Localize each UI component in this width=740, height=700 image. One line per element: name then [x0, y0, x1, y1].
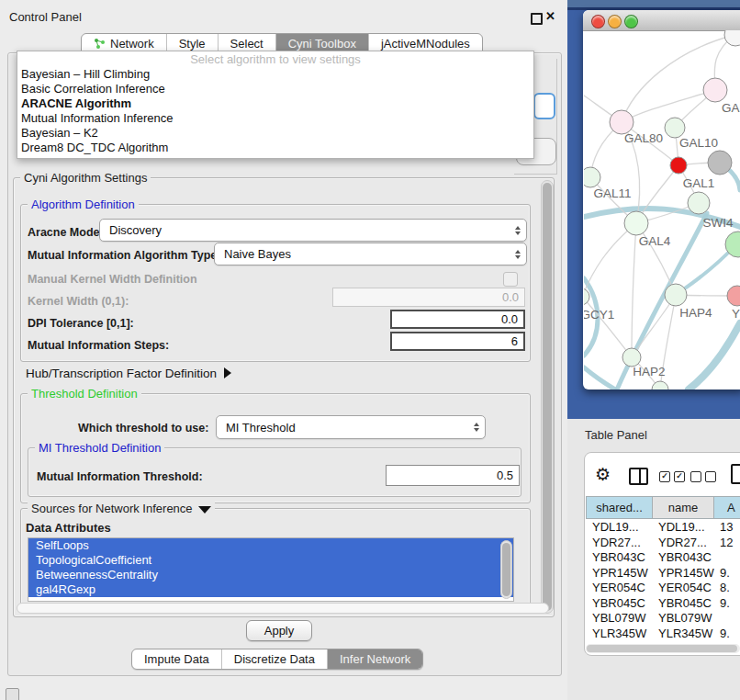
settings-hscrollbar[interactable] — [17, 603, 549, 614]
tab-infer-network[interactable]: Infer Network — [328, 649, 422, 669]
network-graph[interactable]: GALGAL80GAL10GAL1GAL11SWI4GAL4GCY1HAP4YH… — [584, 30, 740, 390]
table-cell: YBL079W — [586, 611, 652, 627]
attribute-list-item[interactable]: BetweennessCentrality — [28, 568, 513, 582]
table-cell: 9. — [718, 596, 730, 612]
table-row[interactable]: YBR043CYBR043C — [586, 550, 740, 566]
manual-kernel-checkbox[interactable] — [503, 272, 518, 287]
dpi-tolerance-field[interactable]: 0.0 — [390, 310, 525, 329]
table-row[interactable]: YBL079WYBL079W — [586, 611, 740, 627]
aracne-mode-value: Discovery — [109, 223, 162, 237]
network-node-swi4[interactable] — [688, 192, 710, 214]
table-row[interactable]: YER054CYER054C8. — [586, 581, 740, 596]
apply-button[interactable]: Apply — [246, 620, 312, 641]
network-node-gal4[interactable] — [624, 211, 648, 235]
mi-threshold-label: Mutual Information Threshold: — [37, 470, 203, 483]
minimize-window-icon[interactable] — [608, 15, 622, 28]
network-edge — [584, 223, 636, 297]
algorithm-option[interactable]: Bayesian – Hill Climbing — [17, 67, 533, 82]
table-cell: YBL079W — [652, 611, 718, 627]
table-cell: YER054C — [652, 581, 718, 596]
algorithm-option[interactable]: Basic Correlation Inference — [17, 82, 533, 96]
dropdown-items: Bayesian – Hill ClimbingBasic Correlatio… — [17, 67, 533, 155]
scrollbar-thumb[interactable] — [543, 183, 552, 611]
columns-icon[interactable] — [629, 468, 648, 485]
table-cell: YDR27... — [652, 536, 718, 551]
table-hscrollbar[interactable] — [586, 644, 740, 653]
table-row[interactable]: YDR27...YDR27...12 — [586, 536, 740, 551]
table-row[interactable]: YLR345WYLR345W9. — [586, 627, 740, 642]
network-node[interactable] — [724, 30, 740, 46]
network-node-gal[interactable] — [703, 78, 727, 102]
network-node-gcy1[interactable] — [584, 288, 589, 305]
hidden-combo-fragment — [533, 93, 555, 119]
network-node[interactable] — [708, 151, 732, 175]
network-edge — [622, 90, 715, 122]
algorithm-option[interactable]: Mutual Information Inference — [17, 111, 533, 126]
deselect-all-columns-icon[interactable] — [690, 471, 716, 482]
scrollbar-thumb[interactable] — [502, 543, 510, 596]
table-rows: YDL19...YDL19...13YDR27...YDR27...12YBR0… — [586, 520, 740, 645]
settings-group-title: Cyni Algorithm Settings — [20, 171, 151, 185]
attribute-list-item[interactable]: TopologicalCoefficient — [28, 553, 513, 568]
network-node-gal10[interactable] — [665, 118, 685, 138]
kernel-width-field[interactable]: 0.0 — [332, 288, 525, 307]
dpi-tolerance-label: DPI Tolerance [0,1]: — [28, 317, 134, 330]
table-row[interactable]: YPR145WYPR145W9. — [586, 566, 740, 581]
settings-scrollbar[interactable] — [541, 180, 554, 614]
collapsed-arrow-icon — [224, 367, 231, 378]
scrollbar-thumb[interactable] — [587, 645, 737, 652]
network-window-titlebar[interactable] — [583, 10, 740, 31]
manual-kernel-label: Manual Kernel Width Definition — [28, 273, 197, 286]
sources-group-header[interactable]: Sources for Network Inference — [28, 502, 215, 515]
table-row[interactable]: YDL19...YDL19...13 — [586, 520, 740, 536]
which-threshold-combo[interactable]: MI Threshold — [216, 415, 486, 439]
column-header-shared-name[interactable]: shared... — [586, 496, 653, 519]
algorithm-option[interactable]: Bayesian – K2 — [17, 126, 533, 141]
tab-impute-data[interactable]: Impute Data — [132, 649, 222, 669]
hub-section-toggle[interactable]: Hub/Transcription Factor Definition — [26, 367, 231, 380]
table-cell: YDL19... — [652, 520, 718, 536]
network-node-hap4[interactable] — [665, 284, 687, 306]
network-node-hap2[interactable] — [622, 348, 641, 367]
panel-title: Control Panel — [9, 10, 82, 24]
table-cell — [718, 611, 720, 627]
collapsed-panel-icon[interactable] — [6, 688, 19, 700]
table-cell: YLR345W — [586, 627, 652, 642]
close-window-icon[interactable] — [591, 15, 605, 28]
tab-label: jActiveMNodules — [381, 37, 470, 51]
mi-steps-field[interactable]: 6 — [390, 332, 525, 351]
which-threshold-label: Which threshold to use: — [78, 422, 208, 435]
app-root: Control Panel ✕ NetworkStyleSelectCyni T… — [0, 0, 740, 700]
network-node-gal1[interactable] — [670, 157, 687, 174]
table-cell: YPR145W — [652, 566, 718, 581]
float-panel-icon[interactable] — [531, 13, 543, 25]
gear-icon[interactable]: ⚙ — [595, 464, 611, 485]
table-row[interactable]: YBR045CYBR045C9. — [586, 596, 740, 612]
algorithm-option[interactable]: ARACNE Algorithm — [17, 96, 533, 111]
mi-type-value: Naive Bayes — [224, 247, 291, 261]
network-node-gal11[interactable] — [584, 167, 600, 187]
attributes-list-scrollbar[interactable] — [500, 540, 512, 599]
attribute-list-item[interactable]: SelfLoops — [28, 538, 513, 553]
aracne-mode-combo[interactable]: Discovery — [99, 219, 527, 242]
zoom-window-icon[interactable] — [624, 15, 638, 28]
mi-type-combo[interactable]: Naive Bayes — [214, 243, 527, 265]
network-node-y[interactable] — [727, 286, 740, 306]
column-header-name[interactable]: name — [652, 496, 714, 519]
mi-steps-label: Mutual Information Steps: — [28, 339, 169, 352]
hidden-groupbox-edge — [556, 59, 557, 175]
algorithm-option[interactable]: Dream8 DC_TDC Algorithm — [17, 141, 533, 155]
attribute-list-item[interactable]: gal4RGexp — [28, 582, 513, 597]
export-table-icon[interactable] — [731, 464, 740, 484]
data-attributes-label: Data Attributes — [26, 521, 111, 535]
mi-threshold-field[interactable]: 0.5 — [386, 465, 520, 486]
select-all-columns-icon[interactable]: ✓ ✓ — [659, 471, 685, 482]
close-panel-icon[interactable]: ✕ — [545, 9, 555, 23]
algorithm-dropdown: Select algorithm to view settings Bayesi… — [17, 51, 534, 159]
tab-discretize-data[interactable]: Discretize Data — [222, 649, 328, 669]
column-header-clipped[interactable]: A — [713, 496, 740, 519]
network-edge — [584, 367, 615, 390]
mi-threshold-group-title: MI Threshold Definition — [35, 441, 164, 455]
expanded-arrow-icon — [198, 506, 211, 514]
network-edge — [632, 223, 636, 357]
